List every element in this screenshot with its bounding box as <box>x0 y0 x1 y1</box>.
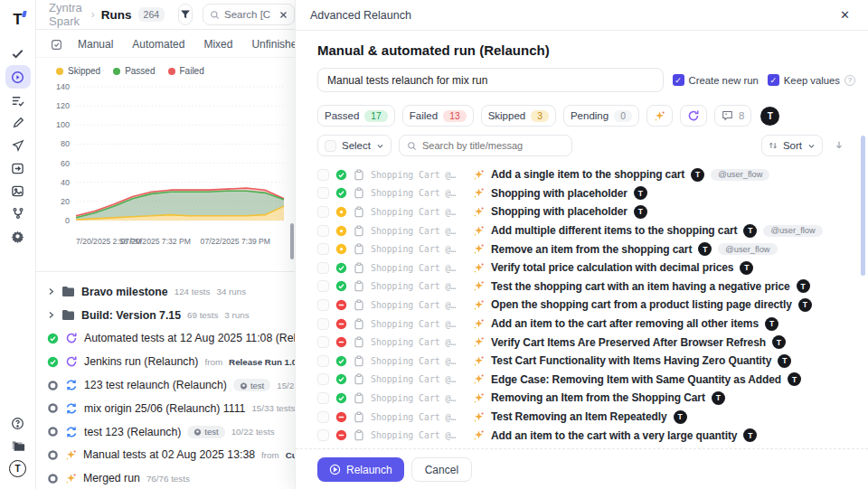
sidebar-item-list-check-icon[interactable] <box>5 89 31 111</box>
filter-chip-pending[interactable]: Pending0 <box>563 105 639 127</box>
run-row[interactable]: test 123 (Relaunch)test10/22 tests <box>47 420 295 444</box>
filter-chip-automation-icon[interactable] <box>680 105 707 127</box>
milestone-row[interactable]: Build: Version 7.1569 tests3 runs <box>47 304 295 327</box>
test-row[interactable]: Shopping Cart @…Remove an item from the … <box>317 240 855 259</box>
assignee-avatar[interactable]: T <box>760 107 779 126</box>
legend-item-skipped[interactable]: Skipped <box>56 66 100 76</box>
chevron-right-icon[interactable] <box>47 311 55 319</box>
test-checkbox[interactable] <box>317 318 329 330</box>
legend-item-failed[interactable]: Failed <box>168 66 204 76</box>
sort-dropdown[interactable]: Sort <box>761 135 823 156</box>
tab-automated[interactable]: Automated <box>132 38 184 51</box>
sidebar-item-plane-icon[interactable] <box>5 135 31 156</box>
select-mode-icon[interactable] <box>51 39 62 51</box>
test-checkbox[interactable] <box>317 225 329 237</box>
create-new-run-checkbox[interactable]: ✓ Create new run <box>673 74 759 86</box>
test-row[interactable]: Shopping Cart @…Test Cart Functionality … <box>317 352 855 371</box>
test-row[interactable]: Shopping Cart @…Add multiple different i… <box>317 221 855 240</box>
test-row[interactable]: Shopping Cart @…Add an item to the cart … <box>317 426 855 445</box>
sidebar-item-folders-icon[interactable] <box>5 435 31 456</box>
test-row[interactable]: Shopping Cart @…Verify total price calcu… <box>317 259 855 277</box>
runs-search-input[interactable] <box>224 9 275 20</box>
select-all-checkbox[interactable] <box>325 140 336 152</box>
modal-scrollbar[interactable] <box>861 136 865 276</box>
test-row[interactable]: Shopping Cart @…Test the shopping cart w… <box>317 277 855 296</box>
test-checkbox[interactable] <box>317 355 329 367</box>
sidebar-item-logo-t[interactable]: T <box>5 8 31 30</box>
test-checkbox[interactable] <box>317 429 329 441</box>
test-checkbox[interactable] <box>317 187 329 199</box>
test-row[interactable]: Shopping Cart @…Add a single item to the… <box>317 165 855 184</box>
test-row[interactable]: Shopping Cart @…Shopping with placeholde… <box>317 202 855 221</box>
filter-chip-passed[interactable]: Passed17 <box>317 105 395 127</box>
sidebar-item-box-arrow-icon[interactable] <box>5 157 31 179</box>
milestone-row[interactable]: Bravo milestone124 tests34 runs <box>47 280 295 304</box>
close-icon[interactable]: ✕ <box>836 6 854 24</box>
run-row[interactable]: Automated tests at 12 Aug 2025 11:08 (Re… <box>47 327 295 351</box>
test-row[interactable]: Shopping Cart @…Add an item to the cart … <box>317 315 855 334</box>
left-panel-scrollbar[interactable] <box>290 223 294 259</box>
download-icon[interactable] <box>828 135 850 156</box>
app-sidebar: T T <box>0 0 36 489</box>
test-checkbox[interactable] <box>317 392 329 404</box>
test-row[interactable]: Shopping Cart @…Test Removing an Item Re… <box>317 408 855 427</box>
filter-button[interactable] <box>178 4 193 25</box>
clipboard-icon <box>354 280 364 292</box>
tab-manual[interactable]: Manual <box>78 38 113 51</box>
test-checkbox[interactable] <box>317 206 329 218</box>
runs-search[interactable] <box>203 4 295 25</box>
test-row[interactable]: Shopping Cart @…Removing an Item from th… <box>317 389 855 408</box>
runs-chart: 020406080100120140 7/20/2025 2:58 PM07/2… <box>36 78 295 248</box>
test-checkbox[interactable] <box>317 411 329 423</box>
logo-t: T <box>13 12 22 27</box>
run-row[interactable]: Manual tests at 02 Aug 2025 13:38fromCus… <box>47 444 295 467</box>
filter-chip-comment-icon[interactable]: 8 <box>714 105 751 127</box>
filter-chip-skipped[interactable]: Skipped3 <box>481 105 556 127</box>
tab-mixed[interactable]: Mixed <box>203 38 232 51</box>
test-row[interactable]: Shopping Cart @…Shopping with placeholde… <box>317 184 855 203</box>
test-checkbox[interactable] <box>317 373 329 385</box>
keep-values-checkbox[interactable]: ✓ Keep values ? <box>768 74 855 86</box>
svg-text:100: 100 <box>56 120 70 129</box>
sidebar-item-image-icon[interactable] <box>5 180 31 202</box>
test-title: Test the shopping cart with an item havi… <box>491 280 790 293</box>
test-checkbox[interactable] <box>317 243 329 255</box>
sidebar-item-pencil-icon[interactable] <box>5 112 31 134</box>
sidebar-item-gear-icon[interactable] <box>5 225 31 247</box>
run-row[interactable]: 123 test relaunch (Relaunch)test15/23 te… <box>47 373 295 397</box>
test-title: Removing an Item from the Shopping Cart <box>491 391 705 404</box>
tab-unfinished[interactable]: Unfinished <box>251 38 295 51</box>
test-checkbox[interactable] <box>317 262 329 274</box>
chevron-right-icon[interactable] <box>47 287 55 296</box>
run-row[interactable]: Merged run76/76 tests <box>47 466 295 489</box>
sidebar-item-branch-icon[interactable] <box>5 202 31 224</box>
sidebar-item-play-circle-icon[interactable] <box>5 65 31 89</box>
sidebar-bottom-icons: T <box>5 411 31 480</box>
help-icon[interactable]: ? <box>844 75 855 86</box>
filter-chip-sparkle-icon[interactable] <box>646 105 673 127</box>
test-row[interactable]: Shopping Cart @…Open the shopping cart f… <box>317 296 855 315</box>
close-icon[interactable] <box>279 11 288 19</box>
relaunch-button[interactable]: Relaunch <box>317 457 404 482</box>
sidebar-item-avatar-t[interactable]: T <box>5 457 31 479</box>
test-checkbox[interactable] <box>317 169 329 181</box>
filter-chip-failed[interactable]: Failed13 <box>402 105 474 127</box>
tests-search[interactable] <box>399 135 572 156</box>
sidebar-item-help-icon[interactable] <box>5 412 31 434</box>
run-row[interactable]: mix origin 25/06 (Relaunch) 111115/33 te… <box>47 397 295 420</box>
run-row[interactable]: Jenkins run (Relaunch)fromRelease Run 1.… <box>47 350 295 373</box>
legend-item-passed[interactable]: Passed <box>113 66 155 76</box>
cancel-button[interactable]: Cancel <box>411 457 472 482</box>
sidebar-item-check-icon[interactable] <box>5 42 31 64</box>
test-checkbox[interactable] <box>317 336 329 348</box>
breadcrumb-app[interactable]: Zyntra Spark <box>49 1 85 28</box>
cycle-icon <box>65 379 78 391</box>
test-checkbox[interactable] <box>317 299 329 311</box>
test-checkbox[interactable] <box>317 280 329 292</box>
run-name-input[interactable] <box>317 68 664 92</box>
test-row[interactable]: Shopping Cart @…Edge Case: Removing Item… <box>317 371 855 390</box>
select-dropdown[interactable]: Select <box>317 135 392 156</box>
tests-search-input[interactable] <box>422 140 564 151</box>
test-row[interactable]: Shopping Cart @…Verify Cart Items Are Pr… <box>317 333 855 352</box>
list-controls-row: Select Sort <box>317 135 855 156</box>
